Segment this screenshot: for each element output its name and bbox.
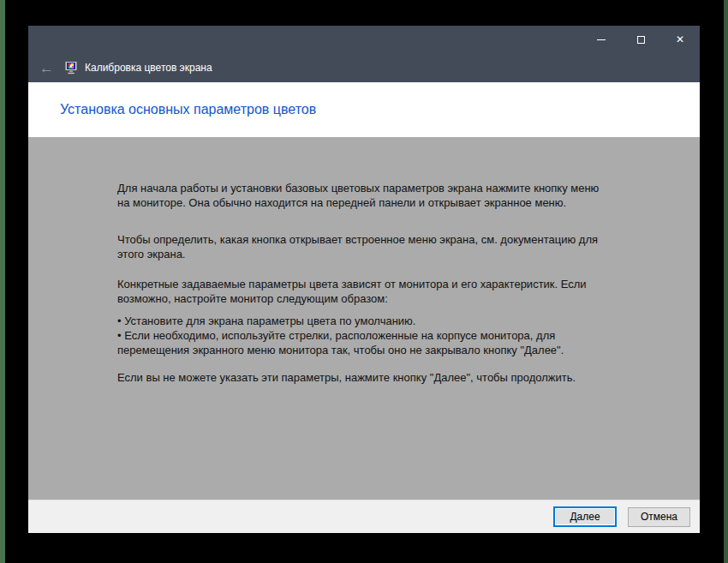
wizard-header: ← Калибровка цветов экрана bbox=[28, 53, 700, 82]
next-button-accelerator: Д bbox=[570, 511, 576, 523]
bullet-icon: • bbox=[117, 329, 122, 342]
paragraph-closing: Если вы не можете указать эти параметры,… bbox=[117, 370, 612, 385]
bullet-icon: • bbox=[117, 314, 122, 327]
bullet-item: • Установите для экрана параметры цвета … bbox=[117, 314, 612, 328]
bullet-item: • Если необходимо, используйте стрелки, … bbox=[117, 328, 612, 357]
close-button[interactable]: ✕ bbox=[660, 26, 700, 53]
back-button[interactable]: ← bbox=[39, 61, 58, 75]
paragraph-docs: Чтобы определить, какая кнопка открывает… bbox=[117, 232, 612, 261]
bullet-text: Установите для экрана параметры цвета по… bbox=[124, 314, 415, 327]
desktop-edge-left bbox=[0, 0, 5, 563]
cancel-button[interactable]: Отмена bbox=[628, 507, 690, 527]
desktop-edge-right bbox=[724, 0, 728, 563]
next-button-label: алее bbox=[577, 511, 600, 523]
instructions-text: Для начала работы и установки базовых цв… bbox=[117, 181, 612, 385]
bullet-text: Если необходимо, используйте стрелки, ра… bbox=[117, 329, 564, 356]
close-icon: ✕ bbox=[676, 34, 684, 45]
display-color-calibration-window: ✕ ← Калибровка цветов экрана Установка о… bbox=[28, 26, 700, 533]
paragraph-settings: Конкретные задаваемые параметры цвета за… bbox=[117, 277, 612, 306]
maximize-icon bbox=[637, 36, 645, 44]
titlebar[interactable]: ✕ bbox=[28, 26, 700, 53]
footer-bar: Далее Отмена bbox=[28, 500, 700, 533]
minimize-icon bbox=[597, 39, 606, 40]
paragraph-intro: Для начала работы и установки базовых цв… bbox=[117, 181, 612, 210]
app-title: Калибровка цветов экрана bbox=[85, 62, 212, 74]
content-area: Для начала работы и установки базовых цв… bbox=[28, 137, 700, 500]
maximize-button[interactable] bbox=[621, 26, 660, 53]
heading-strip: Установка основных параметров цветов bbox=[28, 82, 700, 137]
minimize-button[interactable] bbox=[582, 26, 621, 53]
page-title: Установка основных параметров цветов bbox=[60, 102, 316, 117]
display-calibration-icon bbox=[64, 61, 78, 75]
desktop-background: ✕ ← Калибровка цветов экрана Установка о… bbox=[0, 0, 728, 563]
next-button[interactable]: Далее bbox=[553, 506, 617, 527]
